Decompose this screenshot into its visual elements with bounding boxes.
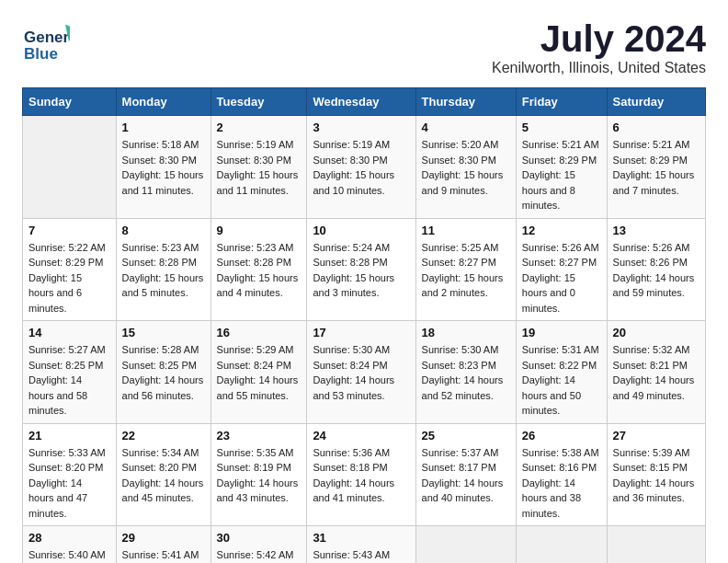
cell-data: Sunrise: 5:38 AMSunset: 8:16 PMDaylight:… — [522, 445, 601, 522]
day-number: 13 — [613, 224, 700, 237]
cell-data: Sunrise: 5:30 AMSunset: 8:23 PMDaylight:… — [422, 342, 510, 403]
calendar-cell: 21Sunrise: 5:33 AMSunset: 8:20 PMDayligh… — [23, 423, 117, 526]
cell-data: Sunrise: 5:30 AMSunset: 8:24 PMDaylight:… — [313, 342, 409, 403]
cell-data: Sunrise: 5:40 AMSunset: 8:14 PMDaylight:… — [28, 547, 110, 563]
week-row-4: 21Sunrise: 5:33 AMSunset: 8:20 PMDayligh… — [23, 423, 706, 526]
calendar-cell: 29Sunrise: 5:41 AMSunset: 8:13 PMDayligh… — [116, 526, 210, 564]
logo-icon: General Blue — [22, 18, 70, 66]
day-number: 6 — [613, 121, 700, 134]
cell-data: Sunrise: 5:25 AMSunset: 8:27 PMDaylight:… — [422, 240, 510, 301]
cell-data: Sunrise: 5:19 AMSunset: 8:30 PMDaylight:… — [313, 137, 409, 198]
cell-data: Sunrise: 5:42 AMSunset: 8:12 PMDaylight:… — [217, 547, 301, 563]
day-number: 21 — [28, 429, 110, 442]
day-number: 22 — [122, 429, 205, 442]
cell-data: Sunrise: 5:26 AMSunset: 8:26 PMDaylight:… — [613, 240, 700, 301]
calendar-cell: 26Sunrise: 5:38 AMSunset: 8:16 PMDayligh… — [516, 423, 607, 526]
day-number: 3 — [313, 121, 409, 134]
cell-data: Sunrise: 5:23 AMSunset: 8:28 PMDaylight:… — [217, 240, 301, 301]
cell-data: Sunrise: 5:43 AMSunset: 8:11 PMDaylight:… — [313, 547, 409, 563]
day-number: 29 — [122, 531, 205, 545]
calendar-cell: 1Sunrise: 5:18 AMSunset: 8:30 PMDaylight… — [116, 116, 210, 219]
svg-text:Blue: Blue — [24, 45, 58, 63]
calendar-cell: 20Sunrise: 5:32 AMSunset: 8:21 PMDayligh… — [607, 321, 705, 424]
cell-data: Sunrise: 5:21 AMSunset: 8:29 PMDaylight:… — [613, 137, 700, 198]
day-number: 15 — [122, 326, 205, 339]
calendar-cell: 27Sunrise: 5:39 AMSunset: 8:15 PMDayligh… — [607, 423, 705, 526]
cell-data: Sunrise: 5:24 AMSunset: 8:28 PMDaylight:… — [313, 240, 409, 301]
week-row-2: 7Sunrise: 5:22 AMSunset: 8:29 PMDaylight… — [23, 218, 706, 321]
calendar-cell: 5Sunrise: 5:21 AMSunset: 8:29 PMDaylight… — [516, 116, 607, 219]
day-header-tuesday: Tuesday — [210, 88, 307, 116]
day-number: 25 — [422, 429, 510, 442]
day-header-monday: Monday — [116, 88, 210, 116]
day-number: 23 — [217, 429, 301, 442]
day-number: 31 — [313, 531, 409, 545]
calendar-cell: 16Sunrise: 5:29 AMSunset: 8:24 PMDayligh… — [210, 321, 307, 424]
day-number: 26 — [522, 429, 601, 442]
cell-data: Sunrise: 5:28 AMSunset: 8:25 PMDaylight:… — [122, 342, 205, 403]
page-header: General Blue July 2024 Kenilworth, Illin… — [22, 18, 706, 76]
day-number: 20 — [613, 326, 700, 339]
day-number: 1 — [122, 121, 205, 134]
day-header-saturday: Saturday — [607, 88, 705, 116]
week-row-3: 14Sunrise: 5:27 AMSunset: 8:25 PMDayligh… — [23, 321, 706, 424]
calendar-cell: 4Sunrise: 5:20 AMSunset: 8:30 PMDaylight… — [415, 116, 516, 219]
calendar-cell: 17Sunrise: 5:30 AMSunset: 8:24 PMDayligh… — [307, 321, 415, 424]
calendar-cell: 15Sunrise: 5:28 AMSunset: 8:25 PMDayligh… — [116, 321, 210, 424]
cell-data: Sunrise: 5:41 AMSunset: 8:13 PMDaylight:… — [122, 547, 205, 563]
calendar-cell — [415, 526, 516, 564]
calendar-cell: 18Sunrise: 5:30 AMSunset: 8:23 PMDayligh… — [415, 321, 516, 424]
day-number: 28 — [28, 531, 110, 545]
week-row-5: 28Sunrise: 5:40 AMSunset: 8:14 PMDayligh… — [23, 526, 706, 564]
cell-data: Sunrise: 5:39 AMSunset: 8:15 PMDaylight:… — [613, 445, 700, 506]
cell-data: Sunrise: 5:18 AMSunset: 8:30 PMDaylight:… — [122, 137, 205, 198]
calendar-cell: 30Sunrise: 5:42 AMSunset: 8:12 PMDayligh… — [210, 526, 307, 564]
calendar-cell: 6Sunrise: 5:21 AMSunset: 8:29 PMDaylight… — [607, 116, 705, 219]
calendar-cell — [607, 526, 705, 564]
main-title: July 2024 — [492, 18, 706, 60]
day-number: 11 — [422, 224, 510, 237]
subtitle: Kenilworth, Illinois, United States — [492, 60, 706, 76]
cell-data: Sunrise: 5:23 AMSunset: 8:28 PMDaylight:… — [122, 240, 205, 301]
calendar-cell — [23, 116, 117, 219]
cell-data: Sunrise: 5:22 AMSunset: 8:29 PMDaylight:… — [28, 240, 110, 316]
calendar-cell — [516, 526, 607, 564]
calendar-cell: 11Sunrise: 5:25 AMSunset: 8:27 PMDayligh… — [415, 218, 516, 321]
cell-data: Sunrise: 5:26 AMSunset: 8:27 PMDaylight:… — [522, 240, 601, 316]
day-number: 12 — [522, 224, 601, 237]
calendar-table: SundayMondayTuesdayWednesdayThursdayFrid… — [22, 87, 706, 563]
day-header-sunday: Sunday — [23, 88, 117, 116]
calendar-cell: 22Sunrise: 5:34 AMSunset: 8:20 PMDayligh… — [116, 423, 210, 526]
calendar-header-row: SundayMondayTuesdayWednesdayThursdayFrid… — [23, 88, 706, 116]
cell-data: Sunrise: 5:21 AMSunset: 8:29 PMDaylight:… — [522, 137, 601, 213]
calendar-cell: 28Sunrise: 5:40 AMSunset: 8:14 PMDayligh… — [23, 526, 117, 564]
cell-data: Sunrise: 5:35 AMSunset: 8:19 PMDaylight:… — [217, 445, 301, 506]
day-number: 9 — [217, 224, 301, 237]
cell-data: Sunrise: 5:19 AMSunset: 8:30 PMDaylight:… — [217, 137, 301, 198]
cell-data: Sunrise: 5:29 AMSunset: 8:24 PMDaylight:… — [217, 342, 301, 403]
cell-data: Sunrise: 5:20 AMSunset: 8:30 PMDaylight:… — [422, 137, 510, 198]
title-area: July 2024 Kenilworth, Illinois, United S… — [492, 18, 706, 76]
cell-data: Sunrise: 5:27 AMSunset: 8:25 PMDaylight:… — [28, 342, 110, 419]
cell-data: Sunrise: 5:37 AMSunset: 8:17 PMDaylight:… — [422, 445, 510, 506]
day-number: 8 — [122, 224, 205, 237]
day-header-thursday: Thursday — [415, 88, 516, 116]
calendar-cell: 8Sunrise: 5:23 AMSunset: 8:28 PMDaylight… — [116, 218, 210, 321]
day-number: 5 — [522, 121, 601, 134]
calendar-cell: 24Sunrise: 5:36 AMSunset: 8:18 PMDayligh… — [307, 423, 415, 526]
day-number: 18 — [422, 326, 510, 339]
calendar-cell: 25Sunrise: 5:37 AMSunset: 8:17 PMDayligh… — [415, 423, 516, 526]
cell-data: Sunrise: 5:36 AMSunset: 8:18 PMDaylight:… — [313, 445, 409, 506]
calendar-cell: 19Sunrise: 5:31 AMSunset: 8:22 PMDayligh… — [516, 321, 607, 424]
day-number: 27 — [613, 429, 700, 442]
day-number: 7 — [28, 224, 110, 237]
calendar-cell: 14Sunrise: 5:27 AMSunset: 8:25 PMDayligh… — [23, 321, 117, 424]
day-number: 10 — [313, 224, 409, 237]
calendar-body: 1Sunrise: 5:18 AMSunset: 8:30 PMDaylight… — [23, 116, 706, 564]
week-row-1: 1Sunrise: 5:18 AMSunset: 8:30 PMDaylight… — [23, 116, 706, 219]
cell-data: Sunrise: 5:31 AMSunset: 8:22 PMDaylight:… — [522, 342, 601, 419]
calendar-cell: 31Sunrise: 5:43 AMSunset: 8:11 PMDayligh… — [307, 526, 415, 564]
day-number: 2 — [217, 121, 301, 134]
logo: General Blue — [22, 18, 74, 66]
day-number: 24 — [313, 429, 409, 442]
